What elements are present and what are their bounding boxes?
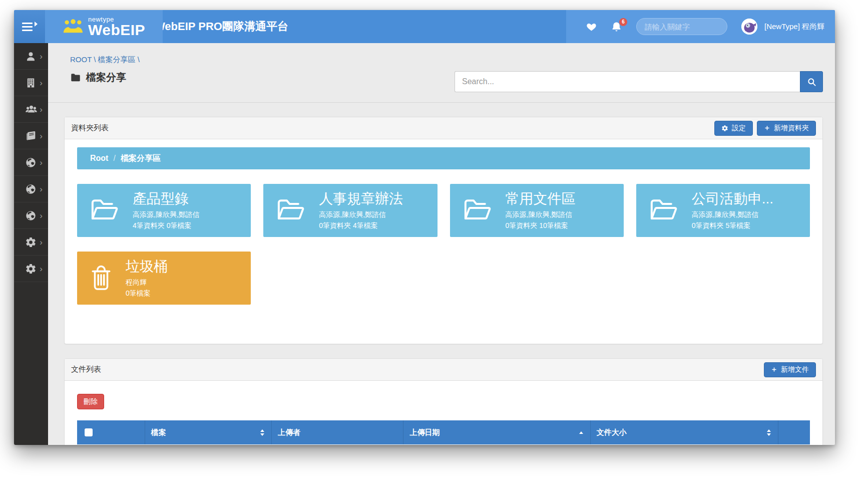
navbar-right-section: 6 [NewType] 程尚輝 — [566, 10, 835, 43]
logo-main-text: WebEIP — [88, 23, 145, 38]
folder-card-stats: 4筆資料夾 0筆檔案 — [133, 221, 200, 230]
folder-card-3[interactable]: 常用文件區 高添源,陳欣興,鄭諮信 0筆資料夾 10筆檔案 — [450, 184, 624, 237]
globe-icon — [25, 157, 37, 168]
th-actions — [778, 420, 810, 444]
folder-card-members: 高添源,陳欣興,鄭諮信 — [506, 210, 576, 219]
sort-icon — [260, 429, 265, 436]
folder-card-members: 高添源,陳欣興,鄭諮信 — [319, 210, 403, 219]
trash-card[interactable]: 垃圾桶 程尚輝 0筆檔案 — [77, 252, 251, 305]
table-row — [77, 444, 810, 445]
folder-panel-title: 資料夾列表 — [71, 123, 109, 133]
app-window: WebEIP PRO團隊溝通平台 newtype WebEIP 6 — [14, 10, 835, 445]
menu-toggle-button[interactable] — [14, 10, 45, 43]
folder-card-4[interactable]: 公司活動申... 高添源,陳欣興,鄭諮信 0筆資料夾 5筆檔案 — [636, 184, 810, 237]
path-separator: / — [113, 154, 115, 163]
user-avatar[interactable] — [741, 19, 757, 35]
th-select-all — [77, 420, 145, 444]
avatar-image — [741, 19, 757, 35]
top-navbar: WebEIP PRO團隊溝通平台 newtype WebEIP 6 — [14, 10, 835, 43]
gear-icon — [721, 125, 728, 132]
chevron-right-icon: › — [40, 265, 43, 273]
chevron-right-icon: › — [40, 185, 43, 193]
select-all-checkbox[interactable] — [85, 428, 93, 436]
page-search — [455, 71, 823, 92]
trash-icon — [89, 265, 113, 292]
plus-icon — [764, 125, 770, 131]
user-icon — [25, 51, 37, 62]
folder-card-stats: 0筆資料夾 10筆檔案 — [506, 221, 576, 230]
chevron-right-icon: › — [40, 79, 43, 87]
folder-card-members: 高添源,陳欣興,鄭諮信 — [133, 210, 200, 219]
folder-path-bar: Root / 檔案分享區 — [77, 147, 810, 169]
heart-icon — [586, 22, 597, 32]
chevron-right-icon: › — [40, 238, 43, 247]
trash-card-owner: 程尚輝 — [126, 278, 168, 287]
settings-button[interactable]: 設定 — [714, 121, 753, 136]
chevron-right-icon: › — [40, 211, 43, 220]
delete-button[interactable]: 刪除 — [77, 394, 104, 409]
chevron-right-icon: › — [40, 132, 43, 140]
sort-icon — [579, 431, 584, 434]
sidebar-item-user[interactable]: › — [14, 43, 48, 70]
sidebar: › › › › › › › › › — [14, 43, 48, 445]
globe-icon — [25, 210, 37, 221]
path-root[interactable]: Root — [90, 154, 108, 163]
plus-icon — [771, 366, 777, 373]
notification-badge: 6 — [619, 18, 627, 26]
notifications-button[interactable]: 6 — [611, 21, 622, 33]
search-button[interactable] — [800, 71, 823, 92]
building-icon — [25, 77, 37, 89]
add-file-button[interactable]: 新增文件 — [764, 362, 816, 377]
sidebar-item-gear-2[interactable]: › — [14, 256, 48, 282]
folder-card-title: 產品型錄 — [133, 191, 200, 207]
th-upload-date[interactable]: 上傳日期 — [403, 420, 590, 444]
chevron-right-icon: › — [40, 52, 43, 61]
sidebar-item-users[interactable]: › — [14, 96, 48, 123]
chevron-right-icon: › — [40, 105, 43, 114]
users-icon — [25, 103, 38, 116]
folder-card-title: 公司活動申... — [692, 191, 773, 207]
trash-card-stats: 0筆檔案 — [126, 289, 168, 298]
sidebar-item-building[interactable]: › — [14, 70, 48, 96]
file-list-panel: 文件列表 新增文件 刪除 — [64, 358, 823, 445]
path-current: 檔案分享區 — [121, 153, 161, 164]
folder-card-1[interactable]: 產品型錄 高添源,陳欣興,鄭諮信 4筆資料夾 0筆檔案 — [77, 184, 251, 237]
th-file-size[interactable]: 文件大小 — [590, 420, 778, 444]
th-uploader[interactable]: 上傳者 — [271, 420, 403, 444]
sidebar-item-globe-3[interactable]: › — [14, 202, 48, 229]
file-table-header: 檔案 上傳者 上傳日期 — [77, 420, 810, 444]
chevron-right-icon: › — [40, 158, 43, 167]
sidebar-item-globe-2[interactable]: › — [14, 176, 48, 202]
app-title: WebEIP PRO團隊溝通平台 — [155, 10, 288, 43]
user-menu[interactable]: [NewType] 程尚輝 — [764, 22, 824, 32]
sidebar-item-globe-1[interactable]: › — [14, 149, 48, 176]
folder-open-icon — [462, 197, 493, 223]
folder-open-icon — [275, 197, 306, 223]
folder-icon — [70, 72, 81, 83]
folder-card-stats: 0筆資料夾 5筆檔案 — [692, 221, 773, 230]
file-panel-title: 文件列表 — [71, 365, 101, 374]
main-content: ROOT \ 檔案分享區 \ 檔案分享 資料夾列表 — [48, 43, 835, 445]
gear-icon — [25, 263, 37, 275]
folder-card-2[interactable]: 人事規章辦法 高添源,陳欣興,鄭諮信 0筆資料夾 4筆檔案 — [263, 184, 437, 237]
caret-right-icon — [35, 22, 38, 27]
folder-list-panel: 資料夾列表 設定 新增資料夾 — [64, 117, 823, 344]
trash-card-title: 垃圾桶 — [126, 259, 168, 275]
hamburger-icon — [22, 23, 33, 31]
th-file[interactable]: 檔案 — [145, 420, 271, 444]
folder-open-icon — [648, 197, 679, 223]
search-input[interactable] — [455, 71, 800, 92]
app-logo[interactable]: newtype WebEIP — [45, 10, 163, 43]
folder-card-title: 人事規章辦法 — [319, 191, 403, 207]
search-icon — [807, 77, 816, 87]
folder-card-stats: 0筆資料夾 4筆檔案 — [319, 221, 403, 230]
keyword-search-input[interactable] — [636, 18, 727, 35]
sidebar-item-book[interactable]: › — [14, 123, 48, 149]
sort-icon — [767, 429, 772, 436]
breadcrumb[interactable]: ROOT \ 檔案分享區 \ — [70, 55, 823, 65]
favorites-button[interactable] — [586, 22, 597, 32]
people-logo-icon — [63, 19, 84, 34]
folder-open-icon — [89, 197, 120, 223]
add-folder-button[interactable]: 新增資料夾 — [757, 121, 816, 136]
sidebar-item-gear-1[interactable]: › — [14, 229, 48, 256]
